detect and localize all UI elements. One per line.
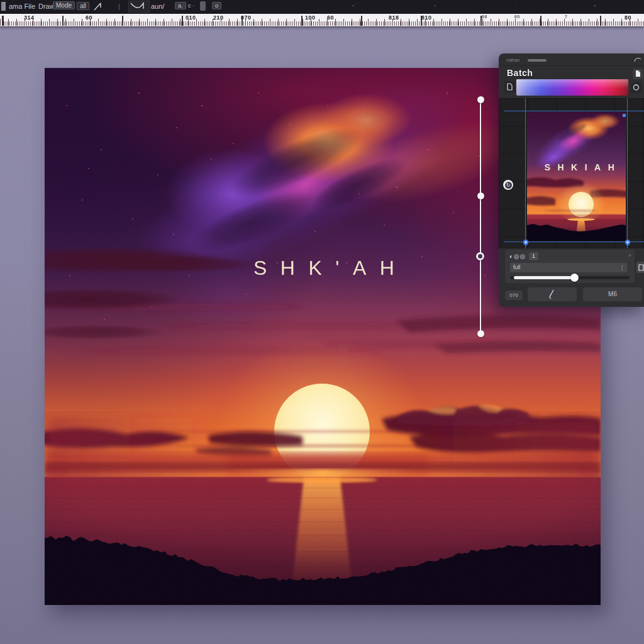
- svg-text:SHKIAH: SHKIAH: [545, 162, 622, 172]
